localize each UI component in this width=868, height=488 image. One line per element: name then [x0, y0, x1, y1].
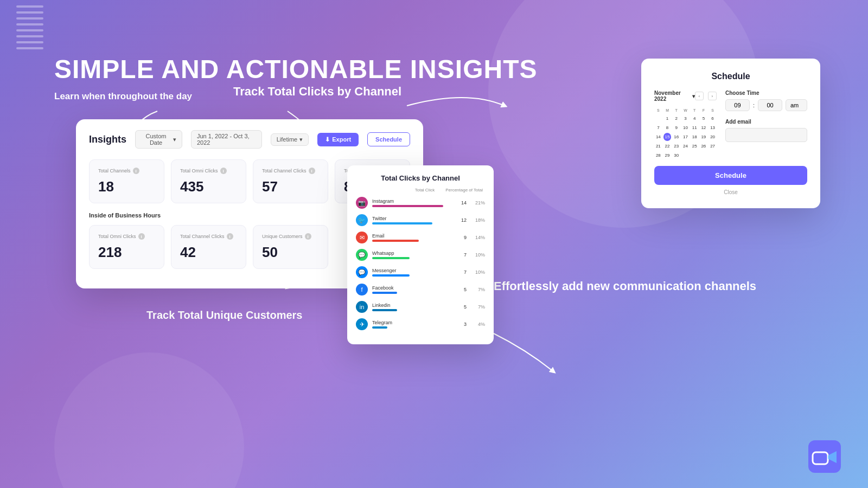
- stat-value-biz-channel: 42: [180, 244, 237, 261]
- stat-value-channels: 18: [98, 178, 155, 195]
- page-heading: SIMPLE AND ACTIONABLE INSIGHTS: [54, 54, 537, 84]
- calendar-day-header: M: [663, 107, 672, 113]
- custom-date-button[interactable]: Custom Date ▾: [135, 130, 182, 149]
- export-button[interactable]: ⬇ Export: [317, 133, 359, 146]
- schedule-button-small[interactable]: Schedule: [367, 132, 410, 146]
- choose-time-section: Choose Time :: [725, 90, 807, 111]
- calendar-day: [691, 151, 699, 159]
- calendar-day[interactable]: 10: [681, 124, 690, 132]
- annotation-track-clicks: Track Total Clicks by Channel: [233, 85, 401, 99]
- time-hour-input[interactable]: [725, 99, 750, 111]
- calendar-day[interactable]: 27: [709, 142, 717, 150]
- calendar-day[interactable]: 4: [691, 114, 699, 123]
- channel-item-telegram: ✈ Telegram 3 4%: [356, 318, 485, 330]
- calendar-day[interactable]: 29: [663, 151, 672, 159]
- calendar-day[interactable]: 30: [672, 151, 680, 159]
- logo-icon: [808, 440, 841, 473]
- calendar-day[interactable]: 8: [663, 124, 672, 132]
- calendar-day[interactable]: 6: [709, 114, 717, 123]
- calendar-next-button[interactable]: ›: [708, 92, 717, 100]
- calendar-day[interactable]: 16: [672, 133, 680, 141]
- calendar-day: [709, 151, 717, 159]
- time-separator: :: [753, 102, 755, 108]
- channel-bar-twitter: [372, 222, 432, 224]
- info-icon-channels: i: [133, 168, 139, 174]
- calendar-day[interactable]: 3: [681, 114, 690, 123]
- calendar-day[interactable]: 17: [681, 133, 690, 141]
- calendar-day[interactable]: 18: [691, 133, 699, 141]
- calendar-day[interactable]: 5: [700, 114, 708, 123]
- calendar-day[interactable]: 2: [672, 114, 680, 123]
- info-icon-omni: i: [220, 168, 227, 174]
- calendar-day[interactable]: 9: [672, 124, 680, 132]
- date-range-label: Jun 1, 2022 - Oct 3, 2022: [191, 130, 262, 149]
- channel-item-twitter: 🐦 Twitter 12 18%: [356, 214, 485, 226]
- calendar-day[interactable]: 23: [672, 142, 680, 150]
- calendar-day[interactable]: 22: [663, 142, 672, 150]
- calendar-day[interactable]: 26: [700, 142, 708, 150]
- schedule-panel: Schedule November 2022 ▾ ‹ › SMTWTFS1234…: [641, 59, 820, 208]
- annotation-learn-when: Learn when throughout the day: [54, 91, 192, 102]
- channel-bar-facebook: [372, 292, 397, 294]
- calendar-prev-button[interactable]: ‹: [695, 92, 704, 100]
- annotation-effortless: Effortlessly add new communication chann…: [494, 279, 756, 293]
- facebook-icon: f: [356, 284, 368, 296]
- info-icon-channel-clicks: i: [309, 168, 315, 174]
- calendar-nav: ‹ ›: [695, 92, 717, 100]
- info-icon-biz-omni: i: [138, 233, 145, 240]
- channel-list: 📷 Instagram 14 21% 🐦 Twitter 12 18% ✉ Em…: [356, 197, 485, 330]
- channel-item-linkedin: in Linkedin 5 7%: [356, 301, 485, 313]
- schedule-title: Schedule: [654, 72, 807, 81]
- add-email-label: Add email: [725, 119, 807, 125]
- calendar-day[interactable]: 21: [654, 142, 662, 150]
- channel-bar-linkedin: [372, 309, 397, 311]
- channel-bar-instagram: [372, 205, 443, 207]
- annotation-track-unique: Track Total Unique Customers: [146, 309, 302, 322]
- channel-panel-title: Total Clicks by Channel: [356, 174, 485, 182]
- export-icon: ⬇: [325, 136, 330, 143]
- linkedin-icon: in: [356, 301, 368, 313]
- decorative-blob-2: [54, 352, 244, 488]
- schedule-submit-button[interactable]: Schedule: [654, 166, 807, 185]
- stat-value-channel-clicks: 57: [262, 178, 319, 195]
- calendar-day[interactable]: 19: [700, 133, 708, 141]
- time-inputs: :: [725, 99, 807, 111]
- decorative-lines: [16, 5, 43, 49]
- add-email-input[interactable]: [725, 128, 807, 142]
- calendar-day-header: W: [681, 107, 690, 113]
- calendar-day[interactable]: 1: [663, 114, 672, 123]
- calendar-day-header: T: [691, 107, 699, 113]
- time-ampm-input[interactable]: [786, 99, 807, 111]
- email-icon: ✉: [356, 232, 368, 243]
- channel-item-email: ✉ Email 9 14%: [356, 232, 485, 243]
- channel-item-messenger: 💬 Messenger 7 10%: [356, 266, 485, 278]
- calendar-month: November 2022 ▾: [654, 90, 695, 102]
- stat-business-channel-clicks: Total Channel Clicks i 42: [171, 225, 246, 269]
- calendar-day[interactable]: 12: [700, 124, 708, 132]
- time-min-input[interactable]: [758, 99, 782, 111]
- lifetime-filter[interactable]: Lifetime ▾: [271, 133, 309, 146]
- stat-value-omni: 435: [180, 178, 237, 195]
- calendar-day[interactable]: 28: [654, 151, 662, 159]
- calendar-day[interactable]: 25: [691, 142, 699, 150]
- insights-header: Insights Custom Date ▾ Jun 1, 2022 - Oct…: [89, 130, 410, 149]
- calendar-day[interactable]: 15: [663, 133, 672, 141]
- schedule-close-button[interactable]: Close: [654, 189, 807, 195]
- calendar-day[interactable]: 11: [691, 124, 699, 132]
- telegram-icon: ✈: [356, 318, 368, 330]
- stat-value-biz-omni: 218: [98, 244, 155, 261]
- calendar-day[interactable]: 14: [654, 133, 662, 141]
- calendar-day[interactable]: 24: [681, 142, 690, 150]
- arrow-effortless: [483, 312, 559, 377]
- messenger-icon: 💬: [356, 266, 368, 278]
- choose-time-label: Choose Time: [725, 90, 807, 96]
- calendar-grid: SMTWTFS123456789101112131415161718192021…: [654, 107, 717, 159]
- calendar-day[interactable]: 13: [709, 124, 717, 132]
- calendar-day-header: S: [654, 107, 662, 113]
- stat-total-channels: Total Channels i 18: [89, 159, 164, 203]
- calendar-day[interactable]: 20: [709, 133, 717, 141]
- calendar-day[interactable]: 7: [654, 124, 662, 132]
- whatsapp-icon: 💬: [356, 249, 368, 261]
- calendar-header: November 2022 ▾ ‹ ›: [654, 90, 717, 102]
- calendar-section: November 2022 ▾ ‹ › SMTWTFS1234567891011…: [654, 90, 717, 166]
